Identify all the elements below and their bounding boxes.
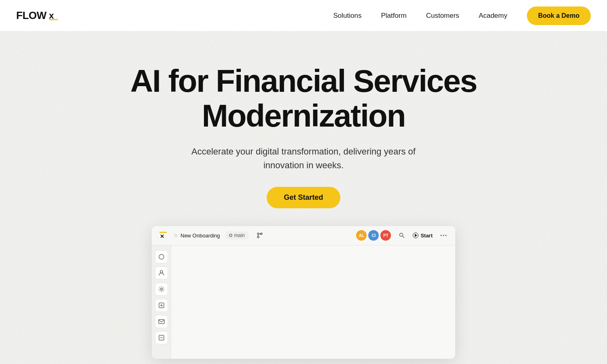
tool-extra[interactable] [155, 331, 168, 344]
branch-indicator[interactable]: main [225, 231, 249, 239]
git-icon[interactable] [254, 229, 266, 241]
svg-point-13 [160, 271, 163, 273]
star-icon: ☆ [174, 233, 178, 238]
tab-label: New Onboarding [180, 233, 220, 239]
search-button[interactable] [396, 229, 408, 241]
branch-dot [229, 234, 232, 237]
svg-point-7 [400, 233, 403, 237]
svg-point-9 [441, 235, 442, 236]
app-toolbar: ✕ ☆ New Onboarding main [152, 226, 455, 245]
tool-add[interactable] [155, 299, 168, 312]
hero-subtitle: Accelerate your digital transformation, … [186, 145, 421, 172]
start-label: Start [420, 233, 433, 239]
svg-line-8 [403, 236, 404, 238]
svg-point-14 [160, 288, 162, 290]
get-started-button[interactable]: Get Started [267, 187, 340, 208]
app-sidebar [152, 245, 171, 359]
app-canvas [152, 245, 455, 359]
navbar: FLOW x Solutions Platform Customers Acad… [0, 0, 607, 32]
nav-links: Solutions Platform Customers Academy Boo… [333, 6, 591, 25]
nav-platform[interactable]: Platform [381, 12, 406, 20]
app-tab[interactable]: ☆ New Onboarding [174, 233, 220, 239]
play-icon [413, 233, 418, 238]
tool-settings[interactable] [155, 283, 168, 296]
svg-point-11 [446, 235, 447, 236]
app-logo-icon: ✕ [157, 230, 169, 241]
logo[interactable]: FLOW x [16, 9, 58, 22]
svg-point-4 [257, 233, 259, 235]
nav-solutions[interactable]: Solutions [333, 12, 361, 20]
play-triangle [415, 234, 417, 237]
more-options-button[interactable] [437, 229, 450, 241]
svg-rect-1 [49, 19, 58, 20]
avatar-al: AL [356, 230, 367, 241]
svg-point-12 [159, 254, 164, 259]
svg-point-10 [443, 235, 444, 236]
avatar-pt: PT [380, 230, 391, 241]
svg-text:✕: ✕ [160, 233, 164, 239]
svg-point-6 [257, 236, 259, 238]
start-button[interactable]: Start [413, 233, 433, 239]
book-demo-button[interactable]: Book a Demo [527, 6, 591, 25]
tool-mail[interactable] [155, 315, 168, 328]
avatar-ci: CI [368, 230, 379, 241]
hero-section: AI for Financial Services Modernization … [0, 32, 607, 359]
hero-title: AI for Financial Services Modernization [130, 64, 477, 133]
svg-rect-2 [159, 232, 167, 233]
nav-customers[interactable]: Customers [426, 12, 459, 20]
svg-text:x: x [49, 11, 54, 20]
tool-cursor[interactable] [155, 250, 168, 263]
collaborator-avatars: AL CI PT [356, 230, 391, 241]
branch-name: main [234, 233, 245, 238]
nav-academy[interactable]: Academy [479, 12, 507, 20]
tool-user[interactable] [155, 267, 168, 279]
svg-rect-18 [159, 320, 164, 324]
app-preview: ✕ ☆ New Onboarding main [152, 226, 455, 359]
app-main-canvas [171, 245, 455, 359]
logo-text: FLOW x [16, 9, 58, 22]
logo-x-letter: x [47, 9, 58, 21]
